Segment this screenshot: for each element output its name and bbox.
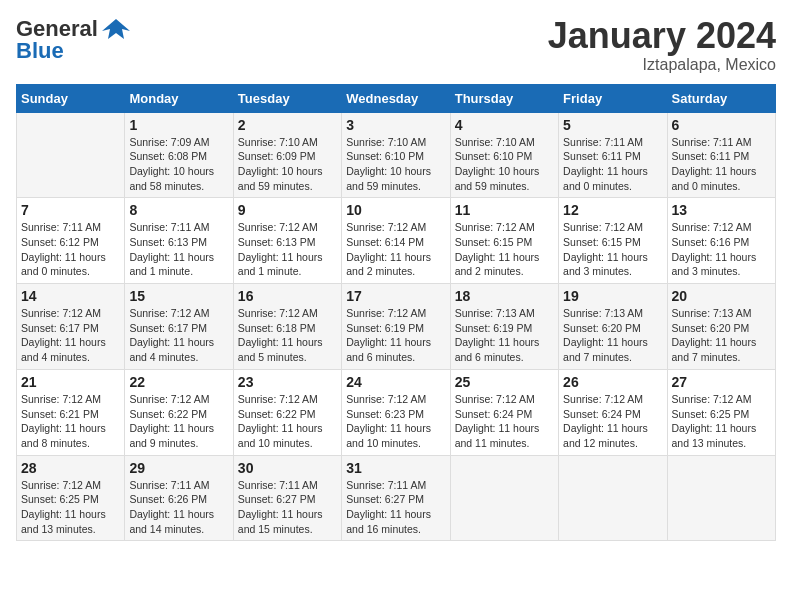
calendar-cell: 26Sunrise: 7:12 AM Sunset: 6:24 PM Dayli…	[559, 369, 667, 455]
calendar-cell: 7Sunrise: 7:11 AM Sunset: 6:12 PM Daylig…	[17, 198, 125, 284]
day-info: Sunrise: 7:11 AM Sunset: 6:27 PM Dayligh…	[346, 478, 445, 537]
day-info: Sunrise: 7:12 AM Sunset: 6:15 PM Dayligh…	[563, 220, 662, 279]
day-info: Sunrise: 7:11 AM Sunset: 6:12 PM Dayligh…	[21, 220, 120, 279]
calendar-cell: 15Sunrise: 7:12 AM Sunset: 6:17 PM Dayli…	[125, 284, 233, 370]
calendar-cell: 20Sunrise: 7:13 AM Sunset: 6:20 PM Dayli…	[667, 284, 775, 370]
day-info: Sunrise: 7:10 AM Sunset: 6:10 PM Dayligh…	[455, 135, 554, 194]
calendar-cell: 16Sunrise: 7:12 AM Sunset: 6:18 PM Dayli…	[233, 284, 341, 370]
calendar-cell: 13Sunrise: 7:12 AM Sunset: 6:16 PM Dayli…	[667, 198, 775, 284]
calendar-cell: 14Sunrise: 7:12 AM Sunset: 6:17 PM Dayli…	[17, 284, 125, 370]
day-number: 31	[346, 460, 445, 476]
day-info: Sunrise: 7:11 AM Sunset: 6:11 PM Dayligh…	[563, 135, 662, 194]
calendar-cell: 25Sunrise: 7:12 AM Sunset: 6:24 PM Dayli…	[450, 369, 558, 455]
calendar-week-row: 14Sunrise: 7:12 AM Sunset: 6:17 PM Dayli…	[17, 284, 776, 370]
weekday-header-row: SundayMondayTuesdayWednesdayThursdayFrid…	[17, 84, 776, 112]
page-header: General Blue January 2024 Iztapalapa, Me…	[16, 16, 776, 74]
page-title: January 2024	[548, 16, 776, 56]
day-info: Sunrise: 7:09 AM Sunset: 6:08 PM Dayligh…	[129, 135, 228, 194]
calendar-cell: 22Sunrise: 7:12 AM Sunset: 6:22 PM Dayli…	[125, 369, 233, 455]
calendar-cell: 30Sunrise: 7:11 AM Sunset: 6:27 PM Dayli…	[233, 455, 341, 541]
day-info: Sunrise: 7:12 AM Sunset: 6:13 PM Dayligh…	[238, 220, 337, 279]
day-number: 19	[563, 288, 662, 304]
day-number: 5	[563, 117, 662, 133]
day-info: Sunrise: 7:12 AM Sunset: 6:16 PM Dayligh…	[672, 220, 771, 279]
logo: General Blue	[16, 16, 130, 64]
day-number: 12	[563, 202, 662, 218]
weekday-header-monday: Monday	[125, 84, 233, 112]
day-number: 13	[672, 202, 771, 218]
calendar-header: SundayMondayTuesdayWednesdayThursdayFrid…	[17, 84, 776, 112]
day-number: 6	[672, 117, 771, 133]
day-number: 27	[672, 374, 771, 390]
day-number: 9	[238, 202, 337, 218]
calendar-cell: 21Sunrise: 7:12 AM Sunset: 6:21 PM Dayli…	[17, 369, 125, 455]
calendar-cell: 3Sunrise: 7:10 AM Sunset: 6:10 PM Daylig…	[342, 112, 450, 198]
day-info: Sunrise: 7:11 AM Sunset: 6:13 PM Dayligh…	[129, 220, 228, 279]
calendar-cell: 1Sunrise: 7:09 AM Sunset: 6:08 PM Daylig…	[125, 112, 233, 198]
logo-blue-text: Blue	[16, 38, 64, 64]
day-info: Sunrise: 7:12 AM Sunset: 6:23 PM Dayligh…	[346, 392, 445, 451]
day-number: 24	[346, 374, 445, 390]
calendar-cell: 31Sunrise: 7:11 AM Sunset: 6:27 PM Dayli…	[342, 455, 450, 541]
calendar-cell: 4Sunrise: 7:10 AM Sunset: 6:10 PM Daylig…	[450, 112, 558, 198]
weekday-header-tuesday: Tuesday	[233, 84, 341, 112]
day-number: 26	[563, 374, 662, 390]
day-number: 30	[238, 460, 337, 476]
calendar-cell: 6Sunrise: 7:11 AM Sunset: 6:11 PM Daylig…	[667, 112, 775, 198]
day-number: 16	[238, 288, 337, 304]
weekday-header-wednesday: Wednesday	[342, 84, 450, 112]
day-number: 29	[129, 460, 228, 476]
day-info: Sunrise: 7:12 AM Sunset: 6:18 PM Dayligh…	[238, 306, 337, 365]
day-info: Sunrise: 7:12 AM Sunset: 6:25 PM Dayligh…	[672, 392, 771, 451]
calendar-week-row: 21Sunrise: 7:12 AM Sunset: 6:21 PM Dayli…	[17, 369, 776, 455]
day-info: Sunrise: 7:12 AM Sunset: 6:17 PM Dayligh…	[129, 306, 228, 365]
calendar-table: SundayMondayTuesdayWednesdayThursdayFrid…	[16, 84, 776, 542]
day-number: 8	[129, 202, 228, 218]
day-info: Sunrise: 7:13 AM Sunset: 6:19 PM Dayligh…	[455, 306, 554, 365]
day-number: 25	[455, 374, 554, 390]
day-number: 10	[346, 202, 445, 218]
calendar-week-row: 1Sunrise: 7:09 AM Sunset: 6:08 PM Daylig…	[17, 112, 776, 198]
day-number: 17	[346, 288, 445, 304]
calendar-cell: 28Sunrise: 7:12 AM Sunset: 6:25 PM Dayli…	[17, 455, 125, 541]
weekday-header-thursday: Thursday	[450, 84, 558, 112]
calendar-cell: 2Sunrise: 7:10 AM Sunset: 6:09 PM Daylig…	[233, 112, 341, 198]
day-info: Sunrise: 7:12 AM Sunset: 6:22 PM Dayligh…	[238, 392, 337, 451]
calendar-week-row: 7Sunrise: 7:11 AM Sunset: 6:12 PM Daylig…	[17, 198, 776, 284]
day-number: 23	[238, 374, 337, 390]
day-number: 2	[238, 117, 337, 133]
day-number: 28	[21, 460, 120, 476]
calendar-cell	[450, 455, 558, 541]
calendar-cell: 10Sunrise: 7:12 AM Sunset: 6:14 PM Dayli…	[342, 198, 450, 284]
calendar-cell: 8Sunrise: 7:11 AM Sunset: 6:13 PM Daylig…	[125, 198, 233, 284]
day-info: Sunrise: 7:12 AM Sunset: 6:19 PM Dayligh…	[346, 306, 445, 365]
day-number: 20	[672, 288, 771, 304]
calendar-cell: 24Sunrise: 7:12 AM Sunset: 6:23 PM Dayli…	[342, 369, 450, 455]
day-number: 15	[129, 288, 228, 304]
day-info: Sunrise: 7:12 AM Sunset: 6:15 PM Dayligh…	[455, 220, 554, 279]
calendar-week-row: 28Sunrise: 7:12 AM Sunset: 6:25 PM Dayli…	[17, 455, 776, 541]
weekday-header-sunday: Sunday	[17, 84, 125, 112]
day-info: Sunrise: 7:12 AM Sunset: 6:21 PM Dayligh…	[21, 392, 120, 451]
day-info: Sunrise: 7:10 AM Sunset: 6:10 PM Dayligh…	[346, 135, 445, 194]
day-info: Sunrise: 7:12 AM Sunset: 6:25 PM Dayligh…	[21, 478, 120, 537]
day-info: Sunrise: 7:10 AM Sunset: 6:09 PM Dayligh…	[238, 135, 337, 194]
day-number: 7	[21, 202, 120, 218]
day-number: 11	[455, 202, 554, 218]
day-info: Sunrise: 7:12 AM Sunset: 6:17 PM Dayligh…	[21, 306, 120, 365]
day-number: 1	[129, 117, 228, 133]
day-number: 4	[455, 117, 554, 133]
title-block: January 2024 Iztapalapa, Mexico	[548, 16, 776, 74]
calendar-cell: 23Sunrise: 7:12 AM Sunset: 6:22 PM Dayli…	[233, 369, 341, 455]
day-info: Sunrise: 7:13 AM Sunset: 6:20 PM Dayligh…	[672, 306, 771, 365]
day-info: Sunrise: 7:12 AM Sunset: 6:24 PM Dayligh…	[563, 392, 662, 451]
calendar-cell: 5Sunrise: 7:11 AM Sunset: 6:11 PM Daylig…	[559, 112, 667, 198]
calendar-cell: 17Sunrise: 7:12 AM Sunset: 6:19 PM Dayli…	[342, 284, 450, 370]
day-info: Sunrise: 7:13 AM Sunset: 6:20 PM Dayligh…	[563, 306, 662, 365]
calendar-cell	[667, 455, 775, 541]
calendar-cell: 18Sunrise: 7:13 AM Sunset: 6:19 PM Dayli…	[450, 284, 558, 370]
day-info: Sunrise: 7:12 AM Sunset: 6:14 PM Dayligh…	[346, 220, 445, 279]
day-info: Sunrise: 7:11 AM Sunset: 6:26 PM Dayligh…	[129, 478, 228, 537]
calendar-cell: 12Sunrise: 7:12 AM Sunset: 6:15 PM Dayli…	[559, 198, 667, 284]
day-number: 21	[21, 374, 120, 390]
